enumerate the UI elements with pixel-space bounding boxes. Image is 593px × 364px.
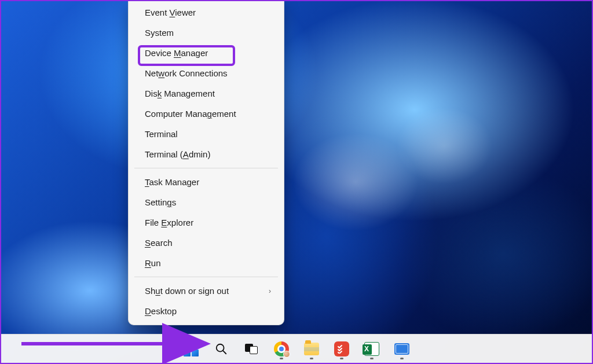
chrome-app[interactable]	[270, 337, 293, 361]
menu-item-label: Computer Management	[145, 109, 236, 119]
menu-item-task-manager[interactable]: Task Manager	[129, 172, 284, 192]
menu-item-label: Event Viewer	[145, 8, 196, 17]
excel-icon: X	[364, 342, 379, 356]
task-view-button[interactable]	[240, 337, 263, 361]
file-explorer-app[interactable]	[300, 337, 323, 361]
menu-item-label: Run	[145, 258, 161, 268]
profile-avatar-badge	[283, 351, 290, 358]
menu-item-label: Terminal (Admin)	[145, 149, 210, 159]
chevron-right-icon: ›	[269, 287, 271, 295]
menu-item-disk-management[interactable]: Disk Management	[129, 83, 284, 104]
menu-separator	[134, 168, 278, 168]
search-button[interactable]	[210, 337, 233, 361]
search-icon	[215, 343, 228, 355]
file-explorer-icon	[304, 343, 319, 355]
menu-item-label: File Explorer	[145, 218, 193, 227]
menu-item-label: Desktop	[145, 306, 177, 316]
menu-item-label: Disk Management	[145, 89, 215, 98]
menu-item-label: Shut down or sign out	[145, 286, 229, 296]
menu-item-desktop[interactable]: Desktop	[129, 301, 284, 321]
menu-item-label: Settings	[145, 197, 176, 207]
menu-item-settings[interactable]: Settings	[129, 192, 284, 212]
menu-item-label: System	[145, 28, 174, 38]
winx-context-menu: Event ViewerSystemDevice ManagerNetwork …	[128, 1, 284, 325]
svg-line-1	[223, 351, 226, 354]
menu-item-label: Terminal	[145, 129, 178, 139]
desktop-wallpaper	[1, 1, 592, 363]
start-button[interactable]	[180, 337, 203, 361]
excel-app[interactable]: X	[360, 337, 383, 361]
menu-item-computer-management[interactable]: Computer Management	[129, 104, 284, 124]
menu-item-label: Device Manager	[145, 48, 208, 58]
menu-item-terminal-admin[interactable]: Terminal (Admin)	[129, 144, 284, 164]
menu-item-label: Network Connections	[145, 68, 228, 78]
menu-item-file-explorer[interactable]: File Explorer	[129, 212, 284, 233]
app-icon	[394, 343, 409, 355]
generic-app[interactable]	[390, 337, 413, 361]
windows-start-icon	[184, 341, 199, 356]
task-view-icon	[245, 343, 258, 355]
menu-item-search[interactable]: Search	[129, 233, 284, 253]
menu-item-system[interactable]: System	[129, 23, 284, 43]
menu-item-label: Task Manager	[145, 177, 199, 187]
menu-item-label: Search	[145, 238, 173, 248]
menu-item-network-connections[interactable]: Network Connections	[129, 63, 284, 83]
menu-item-run[interactable]: Run	[129, 253, 284, 273]
menu-separator	[134, 277, 278, 277]
menu-item-event-viewer[interactable]: Event Viewer	[129, 2, 284, 23]
todoist-icon	[334, 341, 349, 356]
menu-item-device-manager[interactable]: Device Manager	[129, 43, 284, 63]
chrome-icon	[274, 341, 289, 356]
taskbar: X	[1, 334, 592, 363]
menu-item-shut-down-or-sign-out[interactable]: Shut down or sign out›	[129, 281, 284, 301]
todoist-app[interactable]	[330, 337, 353, 361]
menu-item-terminal[interactable]: Terminal	[129, 124, 284, 144]
